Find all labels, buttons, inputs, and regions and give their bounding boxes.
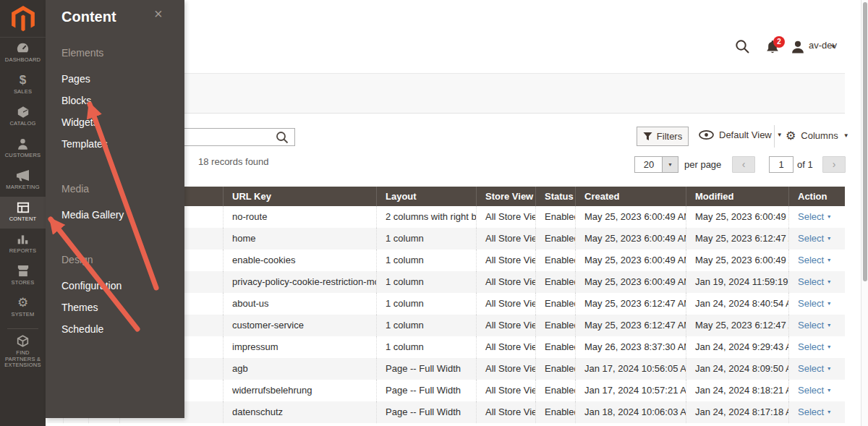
cell-url-key: widerrufsbelehrung [223, 380, 376, 401]
global-search-icon[interactable] [735, 39, 750, 54]
cell-created: May 25, 2023 6:00:49 AM [575, 206, 686, 228]
row-select-action[interactable]: Select ▼ [798, 406, 832, 417]
column-header-url-key[interactable]: URL Key [223, 187, 376, 206]
cell-action: Select ▼ [788, 250, 845, 271]
flyout-item-schedule[interactable]: Schedule [61, 323, 184, 335]
content-layout-icon [17, 201, 30, 214]
row-select-action[interactable]: Select ▼ [798, 363, 832, 374]
flyout-item-media-gallery[interactable]: Media Gallery [61, 209, 184, 221]
account-avatar-icon[interactable] [791, 41, 804, 54]
cell-url-key: impressum [223, 336, 376, 358]
sidebar-item-marketing[interactable]: MARKETING [0, 165, 46, 197]
flyout-item-widgets[interactable]: Widgets [61, 116, 184, 128]
customers-person-icon [17, 137, 29, 150]
per-page-select[interactable]: 20 ▼ [634, 156, 678, 173]
cell-layout: Page -- Full Width [376, 401, 476, 423]
column-header-store-view[interactable]: Store View [476, 187, 535, 206]
cell-action: Select ▼ [788, 401, 845, 423]
previous-page-button[interactable]: ‹ [732, 156, 755, 173]
per-page-caret-icon: ▼ [662, 157, 678, 172]
sidebar-item-find-partners[interactable]: FIND PARTNERS & EXTENSIONS [0, 331, 46, 371]
cell-modified: May 25, 2023 6:12:47 AM [686, 228, 788, 250]
column-header-modified[interactable]: Modified [686, 187, 788, 206]
row-select-action[interactable]: Select ▼ [798, 255, 832, 265]
sidebar-item-customers[interactable]: CUSTOMERS [0, 133, 46, 165]
cell-modified: Jan 19, 2024 11:59:19 AM [686, 271, 788, 293]
sidebar-divider [7, 328, 38, 329]
current-page-input[interactable] [769, 156, 793, 173]
column-header-layout[interactable]: Layout [376, 187, 476, 206]
row-select-action[interactable]: Select ▼ [798, 233, 832, 244]
scrollbar-thumb[interactable] [863, 2, 867, 281]
cell-layout: 1 column [376, 293, 476, 315]
cell-action: Select ▼ [788, 380, 845, 401]
magento-logo-icon [12, 6, 35, 32]
cell-status: Enabled [535, 206, 575, 228]
cell-modified: Jan 24, 2024 8:18:21 AM [686, 380, 788, 401]
flyout-item-pages[interactable]: Pages [61, 73, 184, 85]
flyout-item-templates[interactable]: Templates [61, 138, 184, 150]
row-select-action[interactable]: Select ▼ [798, 211, 832, 222]
sidebar-item-catalog[interactable]: CATALOG [0, 101, 46, 133]
cell-url-key: privacy-policy-cookie-restriction-mode [223, 271, 376, 293]
sidebar-item-reports[interactable]: REPORTS [0, 229, 46, 260]
flyout-item-configuration[interactable]: Configuration [61, 280, 184, 291]
flyout-section-elements: Elements [61, 47, 184, 59]
cell-store-view: All Store Views [476, 380, 535, 401]
cell-store-view: All Store Views [476, 271, 535, 293]
default-view-label: Default View [719, 129, 772, 140]
cell-modified: Jan 24, 2024 8:40:54 AM [686, 293, 788, 315]
cell-url-key: home [223, 228, 376, 250]
row-select-action[interactable]: Select ▼ [798, 385, 832, 396]
cell-action: Select ▼ [788, 293, 845, 315]
magento-logo[interactable] [0, 0, 46, 38]
default-view-dropdown[interactable]: Default View ▼ [699, 129, 783, 140]
dashboard-gauge-icon [16, 41, 30, 55]
columns-dropdown[interactable]: ⚙ Columns ▼ [786, 129, 849, 142]
cell-modified: Jan 24, 2024 8:09:50 AM [686, 358, 788, 380]
sidebar-item-system[interactable]: ⚙ SYSTEM [0, 292, 46, 324]
cell-action: Select ▼ [788, 228, 845, 250]
row-select-action[interactable]: Select ▼ [798, 320, 832, 331]
search-submit-icon[interactable] [276, 131, 289, 144]
row-select-action[interactable]: Select ▼ [798, 276, 832, 287]
cell-status: Enabled [535, 228, 575, 250]
row-select-action[interactable]: Select ▼ [798, 341, 832, 352]
next-page-button[interactable]: › [822, 156, 846, 173]
filters-label: Filters [657, 131, 682, 142]
flyout-close-icon[interactable]: × [154, 6, 163, 22]
column-header-status[interactable]: Status [535, 187, 575, 206]
sidebar-item-content[interactable]: CONTENT [0, 197, 46, 229]
cell-layout: 1 column [376, 271, 476, 293]
row-select-action[interactable]: Select ▼ [798, 298, 832, 309]
sidebar-item-sales[interactable]: $ SALES [0, 69, 46, 101]
cell-action: Select ▼ [788, 271, 845, 293]
eye-icon [699, 130, 714, 140]
sidebar-item-stores[interactable]: STORES [0, 260, 46, 292]
filters-button[interactable]: Filters [637, 127, 689, 146]
cell-layout: Page -- Full Width [376, 358, 476, 380]
notification-count-badge[interactable]: 2 [773, 36, 785, 48]
columns-label: Columns [801, 130, 838, 141]
page-of-label: of 1 [797, 159, 813, 170]
cell-status: Enabled [535, 293, 575, 315]
cell-status: Enabled [535, 336, 575, 358]
column-header-created[interactable]: Created [575, 187, 686, 206]
default-view-caret-icon: ▼ [777, 132, 783, 138]
partners-box-icon [17, 335, 29, 347]
content-flyout-menu: Content × Elements Pages Blocks Widgets … [46, 0, 184, 418]
sidebar-item-dashboard[interactable]: DASHBOARD [0, 38, 46, 69]
system-gear-icon: ⚙ [17, 297, 28, 309]
cell-created: Jan 18, 2024 10:06:03 AM [575, 401, 686, 423]
cell-url-key: customer-service [223, 315, 376, 336]
funnel-icon [643, 132, 652, 141]
cell-action: Select ▼ [788, 358, 845, 380]
sales-dollar-icon: $ [20, 73, 26, 88]
flyout-item-themes[interactable]: Themes [61, 302, 184, 313]
cell-modified: May 25, 2023 6:00:49 AM [686, 206, 788, 228]
account-menu-caret-icon[interactable]: ▼ [830, 43, 836, 50]
vertical-scrollbar[interactable] [861, 0, 868, 426]
cell-store-view: All Store Views [476, 228, 535, 250]
cell-store-view: All Store Views [476, 206, 535, 228]
flyout-item-blocks[interactable]: Blocks [61, 95, 184, 106]
